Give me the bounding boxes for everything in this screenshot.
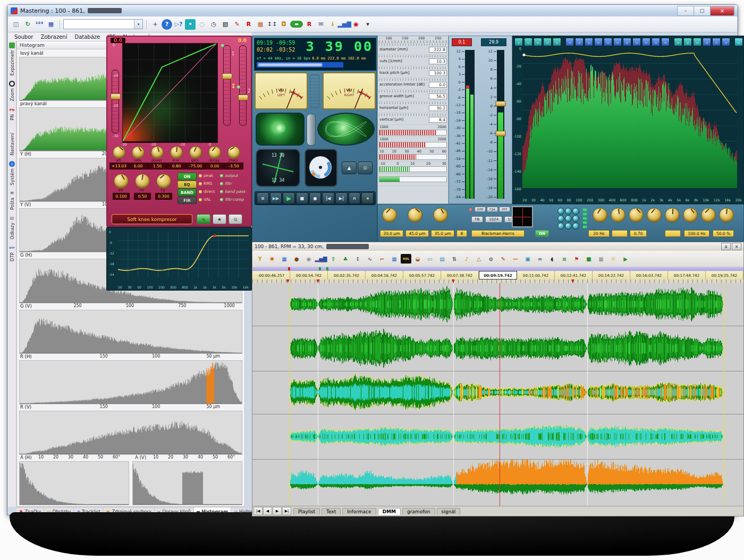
mail-icon[interactable]: ✉ bbox=[316, 19, 326, 30]
flash-tool-icon[interactable]: ☼ bbox=[607, 253, 619, 265]
timeline-cell[interactable]: 00:00:54.742 bbox=[290, 271, 328, 279]
spectrum-toolbar-button-8[interactable]: ▫ bbox=[594, 38, 603, 46]
option-band-pass[interactable]: band pass bbox=[220, 189, 245, 194]
menu-item-soubor[interactable]: Soubor bbox=[11, 34, 36, 40]
list-button[interactable]: ≡ bbox=[257, 192, 269, 204]
knob-rel-2[interactable] bbox=[135, 174, 150, 189]
spectrum-toolbar-button-21[interactable]: ▫ bbox=[722, 38, 730, 46]
record-dot-icon[interactable]: ◉ bbox=[351, 19, 361, 30]
timeline-cell[interactable]: 00:04:16.742 bbox=[366, 271, 403, 279]
calendar-tool-icon[interactable]: ▦ bbox=[595, 253, 607, 265]
knob-sharp[interactable] bbox=[227, 146, 240, 159]
timeline-cell[interactable]: 00:05:57.742 bbox=[403, 271, 441, 279]
dmm-right-knob-4[interactable] bbox=[647, 208, 662, 223]
close-button[interactable]: × bbox=[711, 6, 734, 16]
transfer-curve-graph[interactable] bbox=[122, 43, 218, 143]
spectrum-toolbar-button-10[interactable]: ▫ bbox=[613, 38, 622, 46]
cut-level-meter[interactable] bbox=[480, 48, 510, 201]
tab-nav-button[interactable]: |◀ bbox=[253, 507, 263, 515]
option-filtr[interactable]: filtr bbox=[220, 181, 232, 186]
speaker-tool-icon[interactable]: ● bbox=[291, 253, 302, 265]
aux-icon-5[interactable] bbox=[572, 215, 579, 222]
dmm-right-knob-1[interactable] bbox=[593, 208, 607, 223]
option-output[interactable]: output bbox=[220, 173, 238, 178]
spectrum-toolbar-button-12[interactable]: ▫ bbox=[632, 38, 641, 46]
close-panel-button[interactable]: × bbox=[732, 243, 741, 250]
dmm-right-value-5[interactable]: 100.0 Hz bbox=[684, 230, 709, 237]
blocks-tool-icon[interactable]: ▦ bbox=[388, 253, 400, 265]
junction-tool-icon[interactable]: Y bbox=[254, 253, 266, 265]
aux-icon-7[interactable] bbox=[565, 223, 572, 230]
option-peak[interactable]: peak bbox=[199, 173, 213, 178]
tab-nav-button[interactable]: ◀ bbox=[263, 507, 272, 515]
dmm-right-knob-7[interactable] bbox=[701, 208, 716, 223]
prev-button[interactable]: |◀ bbox=[322, 192, 334, 204]
playhead[interactable] bbox=[500, 283, 500, 506]
ink-pen-icon[interactable]: ✎ bbox=[232, 19, 242, 30]
basket-tool-icon[interactable]: ◒ bbox=[412, 253, 424, 265]
option-filtr-comp[interactable]: filtr-comp bbox=[220, 197, 244, 202]
track-pitch[interactable] bbox=[252, 414, 743, 460]
stylus-crosshair-display[interactable] bbox=[512, 206, 533, 227]
power-button[interactable]: ⊙ bbox=[358, 162, 373, 174]
stop-button[interactable]: ■ bbox=[296, 192, 308, 204]
record-letter2-icon[interactable]: R bbox=[304, 19, 315, 30]
timeline-cell[interactable]: 00:17:44.742 bbox=[668, 271, 706, 279]
tiny-button-fft[interactable]: FFT bbox=[499, 207, 510, 212]
ruler-marker[interactable] bbox=[316, 279, 319, 283]
side-tab-odkazy[interactable]: ▤Odkazy bbox=[9, 215, 15, 240]
dmm-right-value-2[interactable] bbox=[612, 230, 628, 237]
spectrum-toolbar-button-18[interactable]: ▫ bbox=[693, 38, 701, 46]
lock-icon[interactable]: ◘ bbox=[278, 19, 289, 30]
no-draw-icon[interactable]: ▧ bbox=[220, 19, 231, 30]
minimize-button[interactable]: – bbox=[677, 6, 694, 16]
dmm-value-2[interactable]: 45.0 µm bbox=[405, 230, 429, 237]
option-val[interactable]: VAL bbox=[199, 197, 211, 202]
gauge-handle[interactable] bbox=[222, 73, 232, 79]
menu-item-datab-ze[interactable]: Databáze bbox=[71, 34, 103, 40]
dmm-right-value-1[interactable]: 20 Hz bbox=[588, 230, 610, 237]
aux-icon-2[interactable] bbox=[572, 208, 579, 215]
window-layout-icon[interactable]: ◫ bbox=[11, 19, 21, 30]
zoom-tool-icon[interactable]: ⊙ bbox=[485, 253, 497, 265]
tile-tool-icon[interactable]: ■ bbox=[583, 253, 595, 265]
mid-button-fb[interactable]: FB bbox=[471, 216, 483, 223]
dmm-knob-1[interactable] bbox=[382, 208, 397, 223]
field-value[interactable]: 56.5 bbox=[429, 94, 447, 99]
faders-icon[interactable]: ↕↕ bbox=[267, 19, 277, 30]
timeline-cell[interactable]: 00:19:25.742 bbox=[706, 271, 743, 279]
aux-icon-8[interactable] bbox=[572, 223, 579, 230]
tip-bubble-icon[interactable]: • bbox=[185, 19, 196, 30]
mini-display-button[interactable]: ∿ bbox=[197, 214, 210, 224]
eq-button[interactable]: EQ bbox=[177, 181, 197, 188]
spectrum-toolbar-button-0[interactable]: ▫ bbox=[514, 38, 523, 46]
fft-window-value[interactable]: Blackman-Harris bbox=[471, 230, 525, 237]
waveform-right-channel[interactable] bbox=[252, 326, 743, 370]
spectrum-toolbar-button-20[interactable]: ▫ bbox=[712, 38, 721, 46]
spectrum-toolbar-button-19[interactable]: ▫ bbox=[703, 38, 711, 46]
track-modulation[interactable] bbox=[252, 371, 743, 414]
green-button-icon[interactable]: ▬ bbox=[290, 21, 303, 28]
histogram-plot-a-v[interactable] bbox=[132, 461, 242, 505]
side-tab-nastaven[interactable]: Nastavení bbox=[9, 125, 15, 156]
waveform-modulation[interactable] bbox=[252, 371, 743, 413]
field-value[interactable]: 10.3 bbox=[429, 58, 447, 64]
editor-tab-informace[interactable]: Informace bbox=[342, 508, 376, 515]
dmm-value-3[interactable]: 35.0 µm bbox=[431, 230, 454, 237]
spectrum-toolbar-button-5[interactable]: ▫ bbox=[565, 38, 574, 46]
combo-dropdown-icon[interactable]: ▾ bbox=[134, 20, 142, 29]
threshold-gauge-2[interactable] bbox=[239, 45, 247, 126]
spectrum-toolbar-button-1[interactable]: ▫ bbox=[524, 38, 532, 46]
knob-d-er[interactable] bbox=[170, 146, 183, 159]
record-button[interactable]: ● bbox=[309, 192, 322, 204]
knob-gate[interactable] bbox=[189, 146, 202, 159]
option-rms[interactable]: RMS bbox=[199, 181, 212, 186]
matrix-icon[interactable]: ▩ bbox=[255, 19, 266, 30]
tiny-button-f2a[interactable]: F2A bbox=[487, 207, 498, 212]
comment-icon[interactable]: ◌ bbox=[197, 19, 207, 30]
spectrum-toolbar-button-16[interactable]: ▫ bbox=[674, 38, 682, 46]
volume-tool-icon[interactable]: VOL bbox=[401, 254, 411, 264]
side-tab-expozimetr[interactable]: Expozimetr bbox=[9, 43, 15, 75]
knob-att[interactable] bbox=[113, 146, 125, 159]
cd-tool-icon[interactable]: ◉ bbox=[303, 253, 315, 265]
